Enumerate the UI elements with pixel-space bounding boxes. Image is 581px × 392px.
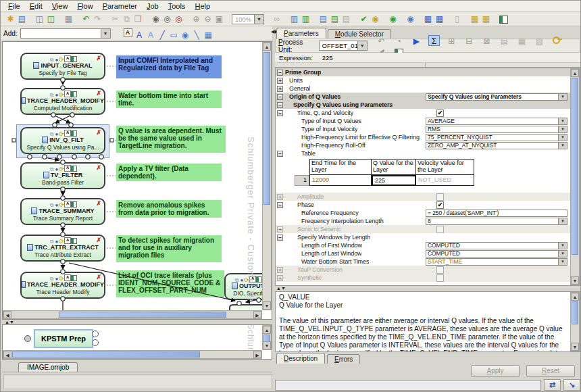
- collapse-icon[interactable]: −: [277, 102, 283, 108]
- key-icon[interactable]: [244, 276, 249, 282]
- exec-globe-icon[interactable]: ◉: [387, 14, 399, 24]
- print-refresh-icon[interactable]: ▤: [329, 14, 340, 24]
- description-vertical-scrollbar[interactable]: ▲ ▼: [570, 292, 580, 351]
- zoom-out-icon[interactable]: ⊖: [202, 14, 213, 24]
- notes-icon[interactable]: [71, 166, 76, 171]
- copy-icon[interactable]: ⧉: [50, 239, 54, 245]
- param-checkbox[interactable]: [436, 274, 444, 282]
- copy-parameters-icon[interactable]: ▤: [499, 36, 510, 47]
- undo-icon[interactable]: ↶: [80, 14, 92, 24]
- scroll-down-icon[interactable]: ▼: [263, 341, 271, 349]
- chevron-down-icon[interactable]: ▼: [357, 41, 367, 50]
- remove-table-icon[interactable]: ▧: [534, 36, 545, 47]
- expand-icon[interactable]: +: [277, 86, 283, 92]
- tab-errors[interactable]: Errors: [327, 354, 360, 364]
- menu-job[interactable]: Job: [142, 2, 163, 10]
- annotation-note[interactable]: List of OCI trace literals (plus IDENT_N…: [116, 270, 224, 297]
- menu-help[interactable]: Help: [190, 2, 215, 10]
- dataset-grid-icon[interactable]: ▦: [469, 14, 480, 24]
- param-checkbox[interactable]: ✔: [436, 201, 444, 209]
- expression-sigma-icon[interactable]: Σ: [428, 35, 440, 46]
- validate-flow-icon[interactable]: ✔: [358, 14, 370, 24]
- flow-splitter-handle[interactable]: ▲▼: [5, 320, 14, 324]
- scroll-up-icon[interactable]: ▲: [263, 326, 271, 334]
- table-view-alt-icon[interactable]: ▦: [434, 14, 445, 24]
- menu-view[interactable]: View: [47, 2, 73, 10]
- scroll-left-icon[interactable]: ◀: [3, 311, 11, 318]
- run-orb-icon[interactable]: ●: [55, 202, 58, 208]
- find-icon[interactable]: ◉: [150, 14, 161, 24]
- tab-description[interactable]: Description: [276, 353, 325, 364]
- scroll-down-icon[interactable]: ▼: [263, 301, 271, 310]
- expand-icon[interactable]: +: [277, 78, 283, 84]
- orb-annotation-icon[interactable]: ◉: [180, 30, 191, 41]
- copy-icon[interactable]: ⧉: [50, 276, 54, 282]
- menu-edit[interactable]: Edit: [25, 2, 47, 10]
- zoom-level-combo[interactable]: 100%▼: [232, 14, 264, 24]
- scroll-down-icon[interactable]: ▼: [571, 276, 579, 285]
- scroll-down-icon[interactable]: ▼: [571, 343, 579, 351]
- run-orb-icon[interactable]: ●: [55, 276, 58, 282]
- image-annotation-icon[interactable]: ▦: [203, 30, 214, 41]
- notes-icon[interactable]: [71, 275, 76, 280]
- add-combo[interactable]: ▼: [20, 28, 111, 39]
- revert-icon[interactable]: ↶: [376, 36, 387, 47]
- line-annotation-icon[interactable]: ╲: [191, 30, 203, 41]
- process-unit-combo[interactable]: OFFSET_01▼: [319, 41, 368, 51]
- find-prev-icon[interactable]: ◎: [173, 14, 184, 24]
- scrollbar-thumb[interactable]: [263, 52, 270, 205]
- expand-icon[interactable]: +: [277, 267, 283, 273]
- scroll-left-icon[interactable]: ◀: [3, 351, 11, 358]
- tree-description-splitter[interactable]: ▲▼: [276, 286, 286, 291]
- menu-tools[interactable]: Tools: [163, 2, 191, 10]
- param-checkbox[interactable]: [436, 266, 444, 274]
- paste-icon[interactable]: ❒: [132, 14, 144, 24]
- chevron-down-icon[interactable]: ▼: [558, 218, 567, 224]
- delete-x-icon[interactable]: ✗: [96, 55, 101, 62]
- copy-icon[interactable]: ⧉: [235, 277, 239, 283]
- annotation-note[interactable]: Remove anomalous spikes from data prior …: [116, 200, 222, 218]
- copy-icon[interactable]: ⧉: [121, 14, 132, 24]
- module-trace_header_modify[interactable]: ⧉●A✗TRACE_HEADER_MODIFYTrace Header Modi…: [20, 272, 105, 299]
- text-box-annotation-icon[interactable]: [122, 27, 134, 38]
- param-dropdown[interactable]: COMPUTED▼: [426, 250, 567, 258]
- table-cell-end_time[interactable]: 12000: [309, 175, 372, 186]
- chevron-down-icon[interactable]: ▼: [558, 143, 567, 149]
- chevron-down-icon[interactable]: ▼: [558, 251, 567, 257]
- scroll-up-icon[interactable]: ▲: [263, 43, 271, 51]
- table-view-icon[interactable]: ▦: [422, 14, 434, 24]
- key-icon[interactable]: [59, 91, 64, 97]
- param-dropdown[interactable]: Specify Q Values using Parameters▼: [426, 93, 567, 101]
- data-globe-icon[interactable]: ◉: [405, 14, 416, 24]
- subflow-horizontal-scrollbar[interactable]: ◀ ▶: [3, 350, 262, 359]
- table-cell-velocity[interactable]: NOT_USED: [416, 175, 474, 186]
- new-flow-icon[interactable]: ✱: [5, 14, 16, 24]
- delete-x-icon[interactable]: ✗: [96, 274, 101, 280]
- arrow-annotation-icon[interactable]: ╱: [157, 30, 168, 41]
- notes-icon[interactable]: [71, 130, 76, 136]
- chevron-down-icon[interactable]: ▼: [558, 259, 567, 265]
- a-box-icon[interactable]: A: [64, 130, 71, 137]
- module-input_general[interactable]: ⧉●A✗INPUT_GENERALSpecify by File Tag: [20, 53, 105, 80]
- a-box-icon[interactable]: A: [64, 274, 71, 281]
- scroll-up-icon[interactable]: ▲: [571, 69, 579, 77]
- module-trace_summary[interactable]: ⧉●A✗TRACE_SUMMARYTrace Summary Report: [20, 198, 105, 225]
- open-flow-icon[interactable]: ▤: [16, 14, 28, 24]
- collapse-icon[interactable]: −: [277, 202, 283, 208]
- redo-icon[interactable]: ↷: [92, 14, 103, 24]
- notes-icon[interactable]: [256, 276, 261, 282]
- subflow-box-kpstm-prep[interactable]: KPSTM Prep: [34, 329, 93, 348]
- reset-button[interactable]: Reset: [526, 365, 575, 377]
- menu-flow[interactable]: Flow: [72, 2, 97, 10]
- a-box-icon[interactable]: A: [64, 55, 71, 62]
- text-annotation-icon[interactable]: A: [134, 30, 145, 41]
- chevron-down-icon[interactable]: ▼: [558, 134, 567, 141]
- param-checkbox[interactable]: ✔: [436, 109, 444, 117]
- expand-icon[interactable]: +: [277, 194, 283, 200]
- a-box-icon[interactable]: A: [64, 91, 71, 97]
- menu-parameter[interactable]: Parameter: [98, 2, 142, 10]
- key-icon[interactable]: [59, 166, 64, 171]
- insert-row-after-icon[interactable]: ⊟: [463, 36, 475, 47]
- run-orb-icon[interactable]: ●: [55, 92, 58, 98]
- execute-icon[interactable]: ▶: [411, 36, 422, 47]
